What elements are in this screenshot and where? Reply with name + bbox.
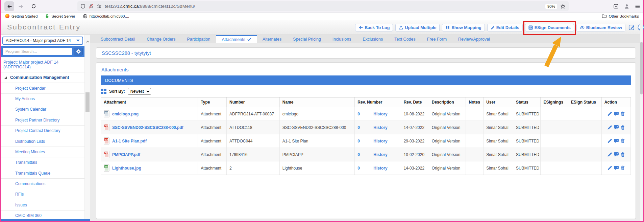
comment-icon[interactable] [614,111,619,116]
comment-icon[interactable] [614,138,619,143]
tab-exclusions[interactable]: Exclusions [357,35,389,43]
menu-icon[interactable] [635,4,640,9]
bookmark-star-icon[interactable] [560,4,566,9]
history-link[interactable]: History [373,125,387,130]
tab-label: Exclusions [363,37,383,42]
delete-icon[interactable] [620,152,625,157]
sidebar-item-my-actions[interactable]: My Actions [1,94,84,104]
bookmark-secret-server[interactable]: Secret Server [45,14,75,18]
sidebar-scrollbar[interactable] [84,35,90,221]
sidebar-item-communications[interactable]: Communications [1,179,84,189]
header-actions: Back To LogUpload MultipleShow MappingEd… [355,24,625,31]
sidebar-scroll-thumb[interactable] [85,92,90,112]
history-link[interactable]: History [373,152,387,157]
globe-icon [83,14,88,19]
page-scrollbar[interactable] [640,20,643,221]
edit-icon[interactable] [607,165,612,171]
tab-strip: Subcontract DetailChange OrdersParticipa… [90,35,640,43]
sidebar-item-label: Project Partner Directory [15,118,59,123]
edit-details-button[interactable]: Edit Details [487,24,523,31]
app-region: Subcontract Entry Back To LogUpload Mult… [1,20,643,221]
history-link[interactable]: History [373,139,387,143]
url-bar[interactable]: test2v12.cmic.ca:8888/cmictest12c/SdMenu… [77,1,569,11]
program-search-input[interactable] [3,48,72,55]
rev-number-link[interactable]: 0 [357,166,369,171]
permissions-icon[interactable] [97,4,102,9]
other-bookmarks[interactable]: Other Bookmarks [602,14,639,19]
attachment-link[interactable]: A1-1 Site Plan.pdf [112,139,147,143]
sidebar-item-system-calendar[interactable]: System Calendar [1,104,84,115]
compose-icon[interactable] [628,24,635,32]
back-button[interactable] [4,1,14,11]
sidebar-item-distribution-lists[interactable]: Distribution Lists [1,136,84,147]
edit-icon[interactable] [607,138,612,143]
tab-free-form[interactable]: Free Form [421,35,452,43]
grid-view-icon[interactable] [101,89,106,94]
rev-number-link[interactable]: 0 [357,112,369,116]
bluebeam-review-button[interactable]: Bluebeam Review [576,24,625,31]
back-to-log-button[interactable]: Back To Log [355,24,393,31]
tab-attachments[interactable]: Attachments [216,35,256,43]
sidebar-item-communication-management[interactable]: Communication Management [1,72,84,83]
tab-change-orders[interactable]: Change Orders [141,35,181,43]
tab-text-codes[interactable]: Text Codes [389,35,421,43]
rev-number-link[interactable]: 0 [357,152,369,157]
upload-multiple-button[interactable]: Upload Multiple [395,24,440,31]
delete-icon[interactable] [620,125,625,130]
tab-alternates[interactable]: Alternates [257,35,287,43]
bookmark-label: Secret Server [51,14,75,18]
url-text[interactable]: test2v12.cmic.ca:8888/cmictest12c/SdMenu… [105,4,195,9]
project-dropdown-value: ADFPROJ14 - Major project ADF 14 [6,38,71,43]
reload-button[interactable] [29,1,39,11]
zoom-level-badge[interactable]: 90% [545,4,557,9]
forward-button[interactable] [16,1,26,11]
attachment-link[interactable]: cmiclogo.png [112,112,139,116]
attachment-link[interactable]: PMPCIAPP.pdf [112,152,140,157]
shield-icon[interactable] [80,4,85,9]
edit-icon[interactable] [607,152,612,157]
comment-icon[interactable] [614,125,619,130]
tab-inclusions[interactable]: Inclusions [327,35,357,43]
comment-icon[interactable] [614,165,619,171]
project-dropdown[interactable]: ADFPROJ14 - Major project ADF 14 [2,37,83,45]
history-link[interactable]: History [373,112,387,116]
tab-review-approval[interactable]: Review/Approval [452,35,496,43]
sidebar-item-transmittals-queue[interactable]: Transmittals Queue [1,168,84,179]
bookmark-getting-started[interactable]: Getting Started [5,14,38,18]
tab-label: Special Pricing [293,37,321,42]
tab-special-pricing[interactable]: Special Pricing [287,35,327,43]
divider [369,136,369,147]
delete-icon[interactable] [620,111,625,116]
edit-icon[interactable] [607,111,612,116]
esignings-cell [541,121,568,134]
history-link[interactable]: History [373,166,387,171]
sidebar-item-project-contact-directory[interactable]: Project Contact Directory [1,126,84,136]
rev-number-link[interactable]: 0 [357,139,369,143]
sidebar-item-issues[interactable]: Issues [1,200,84,210]
bookmark-http-collab-cmic360[interactable]: http://collab.cmic360.... [83,14,129,19]
edit-icon[interactable] [607,125,612,130]
scroll-up-arrow[interactable] [85,39,90,44]
tab-subcontract-detail[interactable]: Subcontract Detail [95,35,141,43]
attachment-link[interactable]: SSC-SSVEND02-SSCSSC288-000.pdf [112,125,183,130]
settings-button[interactable] [74,48,83,56]
comment-icon[interactable] [614,152,619,157]
sidebar-item-rfis[interactable]: RFIs [1,189,84,200]
sidebar-item-project-partner-directory[interactable]: Project Partner Directory [1,115,84,126]
delete-icon[interactable] [620,165,625,171]
tab-participation[interactable]: Participation [181,35,216,43]
esign-documents-button[interactable]: ESign Documents [525,24,574,31]
delete-icon[interactable] [620,138,625,143]
account-icon[interactable] [624,4,629,9]
pocket-icon[interactable] [613,4,619,9]
sidebar-item-project-calendar[interactable]: Project Calendar [1,83,84,93]
attachment-link[interactable]: Lighthouse.jpg [112,166,141,171]
sidebar-item-transmittals[interactable]: Transmittals [1,157,84,168]
sort-select[interactable]: Newest [128,88,151,95]
status-cell: SUBMITTED [513,107,541,121]
show-mapping-button[interactable]: Show Mapping [442,24,485,31]
lock-slash-icon[interactable] [89,4,94,9]
rev-number-link[interactable]: 0 [357,125,369,130]
sidebar-item-meeting-minutes[interactable]: Meeting Minutes [1,147,84,157]
page-scroll-thumb[interactable] [640,42,643,94]
